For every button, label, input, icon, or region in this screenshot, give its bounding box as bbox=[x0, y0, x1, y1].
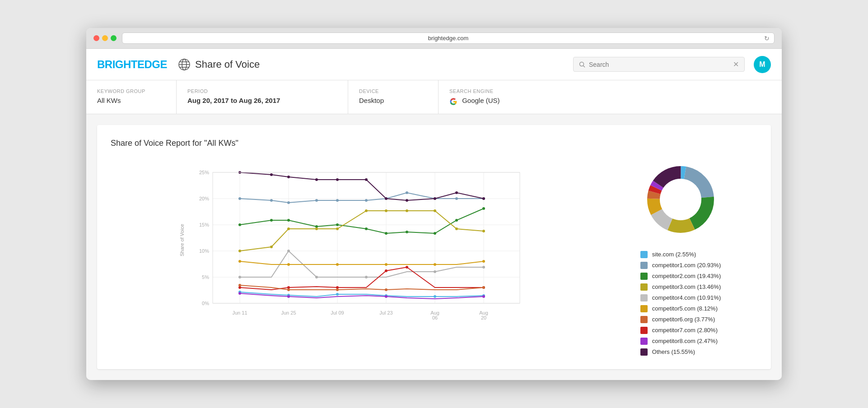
svg-point-109 bbox=[385, 288, 387, 291]
svg-point-65 bbox=[455, 219, 458, 222]
svg-text:Jul 09: Jul 09 bbox=[331, 310, 344, 315]
svg-point-54 bbox=[455, 191, 458, 194]
legend-label: competitor5.com (8.12%) bbox=[652, 305, 718, 312]
legend-item: competitor4.com (10.91%) bbox=[640, 294, 721, 301]
legend-color bbox=[640, 251, 648, 258]
legend-item: competitor5.com (8.12%) bbox=[640, 305, 721, 312]
close-search-icon[interactable]: ✕ bbox=[733, 60, 739, 69]
svg-point-74 bbox=[406, 209, 408, 212]
svg-point-43 bbox=[455, 197, 458, 200]
legend-label: competitor4.com (10.91%) bbox=[652, 294, 721, 301]
svg-point-34 bbox=[238, 197, 241, 200]
svg-point-80 bbox=[315, 276, 318, 278]
legend-color bbox=[640, 327, 648, 334]
legend-color bbox=[640, 262, 648, 269]
svg-text:20%: 20% bbox=[199, 196, 209, 201]
browser-window: brightedge.com ↻ BRIGHTEDGE Share of Voi… bbox=[86, 28, 782, 380]
svg-point-55 bbox=[482, 197, 485, 200]
svg-point-36 bbox=[287, 201, 290, 204]
device-filter[interactable]: DEVICE Desktop bbox=[348, 80, 439, 113]
svg-point-69 bbox=[287, 227, 290, 230]
globe-icon bbox=[178, 58, 191, 71]
svg-text:5%: 5% bbox=[202, 274, 209, 280]
minimize-button[interactable] bbox=[102, 35, 108, 41]
svg-text:Jul 23: Jul 23 bbox=[379, 310, 392, 315]
keyword-group-filter[interactable]: KEYWORD GROUP All KWs bbox=[86, 80, 177, 113]
period-filter[interactable]: PERIOD Aug 20, 2017 to Aug 26, 2017 bbox=[177, 80, 348, 113]
svg-point-100 bbox=[434, 295, 436, 298]
svg-point-64 bbox=[434, 232, 436, 235]
svg-point-83 bbox=[482, 266, 485, 269]
svg-point-38 bbox=[336, 199, 339, 202]
svg-point-78 bbox=[238, 276, 241, 278]
svg-point-93 bbox=[385, 269, 387, 272]
svg-point-94 bbox=[406, 266, 408, 269]
svg-point-53 bbox=[434, 197, 436, 200]
user-avatar[interactable]: M bbox=[754, 56, 771, 73]
legend-label: competitor7.com (2.80%) bbox=[652, 327, 718, 334]
svg-point-70 bbox=[315, 227, 318, 230]
svg-point-39 bbox=[365, 199, 368, 202]
svg-point-81 bbox=[365, 276, 368, 278]
period-label: PERIOD bbox=[187, 88, 337, 94]
svg-point-63 bbox=[406, 231, 408, 233]
keyword-group-label: KEYWORD GROUP bbox=[97, 88, 165, 94]
search-engine-filter[interactable]: SEARCH ENGINE Google (US) bbox=[439, 80, 529, 113]
chart-right: site.com (2.55%) competitor1.com (20.93%… bbox=[604, 159, 757, 356]
address-bar[interactable]: brightedge.com ↻ bbox=[122, 32, 775, 44]
url-text: brightedge.com bbox=[428, 35, 469, 42]
svg-point-105 bbox=[482, 295, 485, 298]
svg-point-102 bbox=[238, 292, 241, 295]
google-icon bbox=[449, 97, 457, 106]
svg-point-51 bbox=[385, 197, 387, 200]
svg-point-84 bbox=[238, 260, 241, 263]
search-bar[interactable]: ✕ bbox=[573, 57, 745, 72]
svg-point-122 bbox=[661, 180, 700, 219]
legend-item: competitor7.com (2.80%) bbox=[640, 327, 721, 334]
svg-point-103 bbox=[287, 295, 290, 298]
svg-point-110 bbox=[482, 286, 485, 289]
close-button[interactable] bbox=[93, 35, 99, 41]
legend-item: Others (15.55%) bbox=[640, 348, 721, 356]
svg-point-87 bbox=[385, 263, 387, 266]
maximize-button[interactable] bbox=[111, 35, 117, 41]
svg-rect-111 bbox=[213, 172, 520, 303]
svg-point-60 bbox=[336, 223, 339, 226]
traffic-lights bbox=[93, 35, 117, 41]
keyword-group-value: All KWs bbox=[97, 97, 165, 104]
app-header: BRIGHTEDGE Share of Voice ✕ M bbox=[86, 49, 782, 80]
refresh-icon[interactable]: ↻ bbox=[764, 35, 770, 42]
svg-point-79 bbox=[287, 250, 290, 252]
svg-point-76 bbox=[455, 227, 458, 230]
main-content: Share of Voice Report for "All KWs" Shar… bbox=[86, 114, 782, 380]
device-value: Desktop bbox=[359, 97, 427, 104]
svg-point-72 bbox=[365, 209, 368, 212]
period-value: Aug 20, 2017 to Aug 26, 2017 bbox=[187, 97, 337, 104]
legend-label: Others (15.55%) bbox=[652, 348, 695, 355]
search-input[interactable] bbox=[589, 61, 729, 68]
svg-text:Share of Voice: Share of Voice bbox=[179, 224, 185, 256]
legend-label: competitor2.com (19.43%) bbox=[652, 273, 721, 279]
chart-body: Share of Voice 25% 20% 15% 10% 5% bbox=[111, 159, 757, 356]
legend-label: competitor1.com (20.93%) bbox=[652, 262, 721, 269]
svg-point-82 bbox=[434, 270, 436, 273]
svg-point-35 bbox=[270, 199, 273, 202]
svg-point-86 bbox=[336, 263, 339, 266]
svg-point-67 bbox=[238, 250, 241, 252]
legend-item: competitor3.com (13.46%) bbox=[640, 283, 721, 291]
legend-item: site.com (2.55%) bbox=[640, 251, 721, 258]
svg-point-49 bbox=[336, 178, 339, 181]
svg-point-58 bbox=[287, 219, 290, 222]
legend-color bbox=[640, 273, 648, 280]
chart-legend: site.com (2.55%) competitor1.com (20.93%… bbox=[640, 251, 721, 356]
logo[interactable]: BRIGHTEDGE bbox=[97, 58, 167, 71]
svg-point-77 bbox=[482, 230, 485, 232]
svg-point-66 bbox=[482, 207, 485, 210]
svg-point-57 bbox=[270, 219, 273, 222]
browser-chrome: brightedge.com ↻ bbox=[86, 28, 782, 49]
legend-color bbox=[640, 348, 648, 356]
svg-point-104 bbox=[385, 295, 387, 298]
svg-text:0%: 0% bbox=[202, 301, 209, 306]
legend-color bbox=[640, 283, 648, 291]
svg-point-106 bbox=[238, 284, 241, 287]
